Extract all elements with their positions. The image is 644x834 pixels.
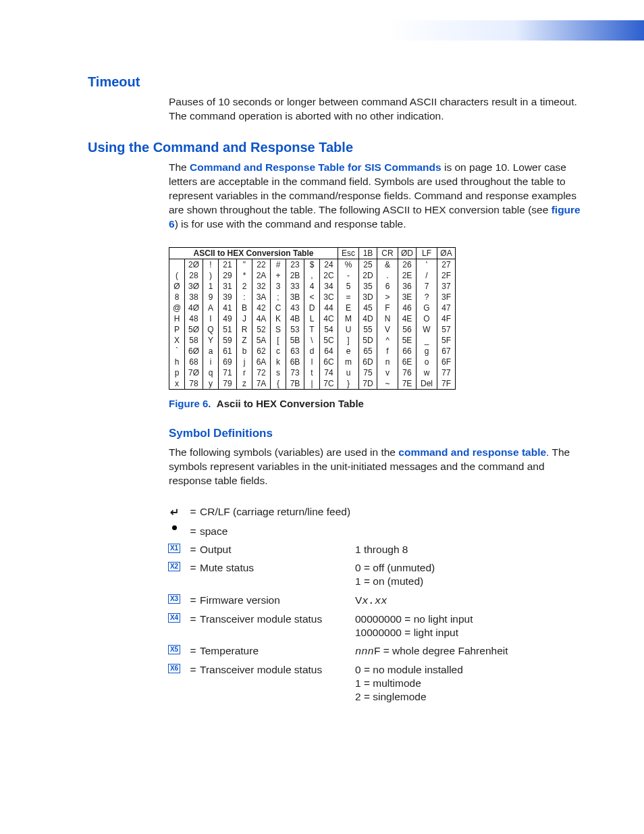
using-post: ) is for use with the command and respon… (175, 218, 406, 230)
symbol-icon: X5 (162, 644, 186, 654)
using-pre: The (169, 161, 190, 173)
symbol-row: X1=Output1 through 8 (162, 542, 583, 556)
symbol-icon: X6 (162, 662, 186, 673)
ascii-hex-table: ASCII to HEX Conversion TableEsc1BCRØDLF… (169, 247, 456, 390)
symbol-value (355, 524, 583, 525)
symbol-value (355, 504, 583, 505)
symbol-row: X4=Transceiver module status00000000 = n… (162, 612, 583, 640)
heading-timeout: Timeout (88, 74, 583, 90)
symbol-equals: = (186, 542, 200, 556)
symbol-row: ↵=CR/LF (carriage return/line feed) (162, 504, 583, 520)
page-content: Timeout Pauses of 10 seconds or longer b… (0, 74, 644, 704)
symbol-icon: X1 (162, 542, 186, 553)
symbol-desc: Transceiver module status (200, 662, 355, 677)
symbol-equals: = (186, 504, 200, 519)
figure-number: Figure 6. (169, 398, 211, 409)
symbol-icon: X3 (162, 593, 186, 604)
heading-using: Using the Command and Response Table (88, 140, 583, 155)
symbol-value: 0 = off (unmuted)1 = on (muted) (355, 561, 583, 588)
symbol-icon: X4 (162, 612, 186, 623)
symbol-desc: Firmware version (200, 593, 355, 607)
symbol-desc: space (200, 524, 355, 538)
symbol-icon (162, 524, 186, 530)
symbol-icon: X2 (162, 561, 186, 571)
symbol-equals: = (186, 524, 200, 538)
symbol-definitions-list: ↵=CR/LF (carriage return/line feed)=spac… (162, 504, 583, 704)
symbol-equals: = (186, 644, 200, 658)
symbol-desc: Output (200, 542, 355, 556)
symbol-value: 0 = no module installed1 = multimode2 = … (355, 662, 583, 704)
symbol-row: =space (162, 524, 583, 538)
symbol-value: 00000000 = no light input10000000 = ligh… (355, 612, 583, 640)
symbol-equals: = (186, 561, 200, 575)
symbol-row: X6=Transceiver module status0 = no modul… (162, 662, 583, 704)
figure-title: Ascii to HEX Conversion Table (217, 398, 364, 409)
symbol-value: 1 through 8 (355, 542, 583, 556)
link-cmd-resp-table[interactable]: Command and Response Table for SIS Comma… (190, 161, 441, 173)
symbol-equals: = (186, 593, 200, 607)
symbol-row: X5=TemperaturennnF = whole degree Fahren… (162, 644, 583, 658)
symbol-value: Vx.xx (355, 593, 583, 608)
figure-caption: Figure 6. Ascii to HEX Conversion Table (169, 398, 583, 409)
symbol-equals: = (186, 662, 200, 677)
heading-symbol-definitions: Symbol Definitions (169, 427, 583, 440)
symbol-value: nnnF = whole degree Fahrenheit (355, 644, 583, 658)
link-cmd-resp-table-2[interactable]: command and response table (398, 446, 546, 458)
symbol-desc: Transceiver module status (200, 612, 355, 626)
text-symbol-intro: The following symbols (variables) are us… (169, 446, 583, 488)
text-timeout: Pauses of 10 seconds or longer between c… (169, 95, 583, 124)
ascii-hex-table-wrap: ASCII to HEX Conversion TableEsc1BCRØDLF… (169, 247, 583, 390)
symbol-row: X2=Mute status0 = off (unmuted)1 = on (m… (162, 561, 583, 588)
text-using: The Command and Response Table for SIS C… (169, 161, 583, 232)
top-gradient-bar (0, 20, 644, 41)
symbol-pre: The following symbols (variables) are us… (169, 446, 398, 458)
symbol-desc: Temperature (200, 644, 355, 658)
symbol-icon: ↵ (162, 504, 186, 520)
symbol-desc: Mute status (200, 561, 355, 575)
symbol-row: X3=Firmware versionVx.xx (162, 593, 583, 608)
symbol-desc: CR/LF (carriage return/line feed) (200, 504, 355, 519)
symbol-equals: = (186, 612, 200, 626)
